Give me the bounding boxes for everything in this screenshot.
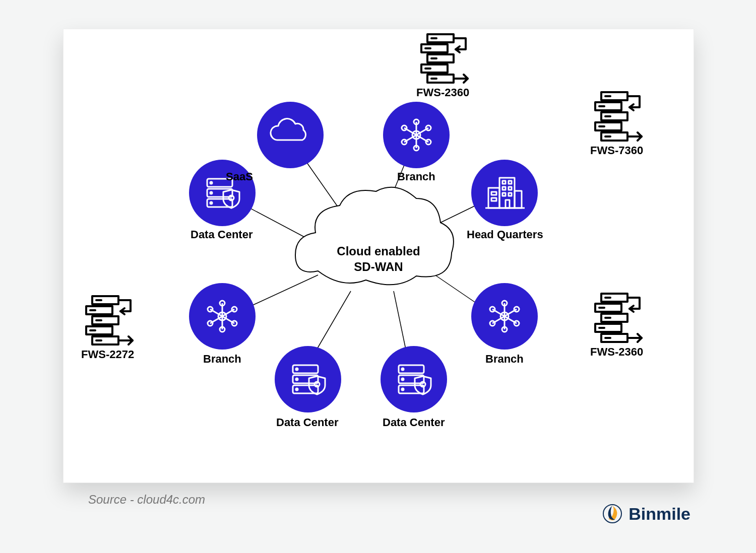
label-dc-right-bot: Data Center [383,416,445,429]
svg-point-56 [275,346,341,412]
label-fws-top: FWS-2360 [416,86,469,99]
node-branch-left [189,283,256,350]
svg-line-50 [245,205,311,241]
svg-line-48 [316,291,351,352]
brand-name: Binmile [628,504,690,524]
server-stack-icon [86,296,133,344]
diagram-svg [64,29,694,482]
node-hq [471,160,538,226]
cloud-center [295,187,454,285]
fws-right2 [595,294,642,342]
label-dc-left-bot: Data Center [276,416,338,429]
diagram-card: Cloud enabled SD-WAN SaaS Branch Head Qu… [63,29,694,483]
svg-line-49 [245,275,318,309]
label-branch-left: Branch [203,353,241,366]
node-saas [257,102,324,168]
label-branch-right: Branch [485,353,524,366]
node-dc-right-bottom [381,346,447,412]
fws-left [86,296,133,344]
node-branch-right [471,283,538,350]
brand: Binmile [602,504,690,524]
server-stack-icon [595,294,642,342]
label-fws-right1: FWS-7360 [590,144,643,157]
fws-top [421,34,468,83]
fws-right1 [595,92,642,141]
label-dc-left: Data Center [191,228,253,241]
label-fws-right2: FWS-2360 [590,345,643,359]
node-dc-left [189,160,256,226]
svg-line-47 [394,291,406,352]
node-branch-top [383,102,450,168]
svg-point-55 [381,346,447,412]
label-hq: Head Quarters [467,228,543,241]
label-fws-left: FWS-2272 [81,348,134,361]
server-stack-icon [421,34,468,83]
svg-point-58 [189,160,256,226]
node-dc-left-bottom [275,346,341,412]
server-stack-icon [595,92,642,141]
svg-point-51 [257,102,324,168]
label-saas: SaaS [226,170,253,183]
label-branch-top: Branch [397,170,435,183]
source-attribution: Source - cloud4c.com [88,493,205,507]
brand-logo-icon [602,504,622,524]
